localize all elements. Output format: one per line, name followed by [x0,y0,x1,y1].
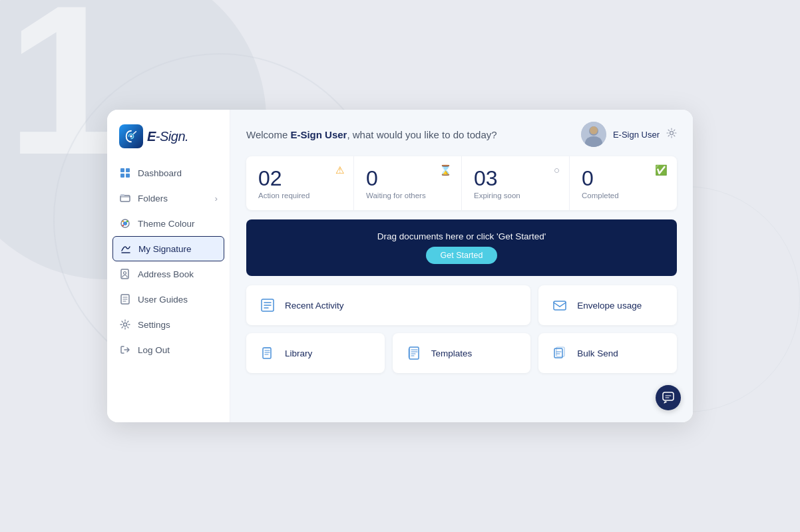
svg-rect-1 [120,168,124,172]
user-info: E-Sign User [581,122,677,147]
stat-number: 0 [582,167,594,190]
dashboard-icon [119,167,131,179]
svg-point-10 [126,221,128,222]
svg-point-20 [586,136,602,147]
signature-icon [120,243,132,255]
logout-icon [119,344,131,356]
svg-rect-23 [554,301,566,310]
bulk-send-card[interactable]: Bulk Send [538,333,677,373]
hourglass-icon: ⌛ [439,164,452,176]
stat-number: 03 [474,167,498,190]
get-started-button[interactable]: Get Started [426,247,498,264]
svg-rect-6 [120,194,124,196]
templates-icon [405,344,423,362]
sidebar-item-label: User Guides [138,295,188,305]
warning-icon: ⚠ [335,164,344,176]
sidebar-item-label: Log Out [138,345,170,355]
library-icon [258,344,277,362]
sidebar-item-label: Theme Colour [138,219,195,229]
theme-icon [119,217,131,229]
stat-action-required[interactable]: ⚠ 02 Action required [246,156,354,210]
stat-label: Completed [582,192,619,200]
sidebar-item-user-guides[interactable]: User Guides [107,287,230,312]
svg-rect-3 [120,174,124,178]
card-label: Recent Activity [285,301,344,311]
sidebar-item-label: Folders [138,194,168,203]
svg-rect-27 [408,348,410,358]
svg-rect-30 [663,392,674,400]
stat-label: Expiring soon [474,192,520,200]
chat-button[interactable] [656,385,681,410]
welcome-username: E-Sign User [290,129,347,140]
welcome-prefix: Welcome [246,129,290,140]
logo-icon [119,124,143,148]
user-name: E-Sign User [613,130,660,140]
svg-point-15 [124,323,127,327]
settings-icon [119,319,131,331]
avatar [581,122,606,147]
envelope-usage-card[interactable]: Envelope usage [538,285,677,325]
stat-label: Action required [258,192,309,200]
main-card: E-Sign. Dashboard [107,110,693,422]
svg-point-21 [670,132,674,135]
gear-icon[interactable] [666,128,677,141]
stat-number: 02 [258,167,282,190]
bulk-send-icon [550,344,569,362]
sidebar-nav: Dashboard Folders › [107,160,230,414]
address-book-icon [119,268,131,280]
svg-point-19 [590,126,598,134]
sidebar-item-settings[interactable]: Settings [107,312,230,337]
sidebar-item-my-signature[interactable]: My Signature [112,236,224,261]
svg-rect-2 [126,168,130,172]
card-label: Envelope usage [577,301,642,311]
welcome-suffix: , what would you like to do today? [347,129,497,140]
sidebar: E-Sign. Dashboard [107,110,230,422]
svg-point-0 [130,135,132,138]
svg-rect-4 [126,174,130,178]
check-circle-icon: ✅ [655,164,668,176]
sidebar-item-label: Settings [138,320,170,330]
svg-point-8 [123,221,127,225]
card-label: Library [285,348,312,358]
envelope-icon [550,296,569,315]
chevron-right-icon: › [215,194,218,203]
stats-row: ⚠ 02 Action required ⌛ 0 Waiting for oth… [246,156,677,210]
card-label: Bulk Send [577,348,618,358]
user-guides-icon [119,293,131,305]
sidebar-item-logout[interactable]: Log Out [107,337,230,362]
recent-activity-card[interactable]: Recent Activity [246,285,530,325]
stat-waiting[interactable]: ⌛ 0 Waiting for others [354,156,462,210]
stat-label: Waiting for others [366,192,426,200]
sidebar-item-theme[interactable]: Theme Colour [107,211,230,236]
stat-completed[interactable]: ✅ 0 Completed [570,156,677,210]
stat-number: 0 [366,167,378,190]
recent-icon [258,296,277,315]
main-content: Welcome E-Sign User, what would you like… [230,110,693,422]
svg-point-11 [122,225,124,226]
svg-rect-24 [263,348,271,358]
svg-point-9 [122,221,124,222]
library-card[interactable]: Library [246,333,385,373]
svg-rect-25 [264,347,271,348]
sidebar-item-label: Address Book [138,269,194,279]
sidebar-item-dashboard[interactable]: Dashboard [107,160,230,186]
folders-icon [119,192,131,204]
card-label: Templates [431,348,473,358]
sidebar-item-folders[interactable]: Folders › [107,186,230,211]
welcome-message: Welcome E-Sign User, what would you like… [246,129,497,140]
templates-card[interactable]: Templates [393,333,531,373]
sidebar-item-label: Dashboard [138,168,182,178]
sidebar-item-label: My Signature [138,244,192,254]
clock-icon: ○ [554,164,560,176]
svg-rect-26 [409,347,419,359]
upload-banner: Drag documents here or click 'Get Starte… [246,219,677,276]
upload-text: Drag documents here or click 'Get Starte… [377,231,546,241]
sidebar-item-address-book[interactable]: Address Book [107,261,230,287]
sidebar-logo: E-Sign. [107,110,230,160]
logo-text: E-Sign. [147,129,188,144]
header: Welcome E-Sign User, what would you like… [230,110,693,156]
cards-grid: Recent Activity Envelope usage [246,285,677,373]
svg-rect-5 [120,196,130,201]
svg-point-13 [124,272,126,275]
stat-expiring[interactable]: ○ 03 Expiring soon [462,156,570,210]
